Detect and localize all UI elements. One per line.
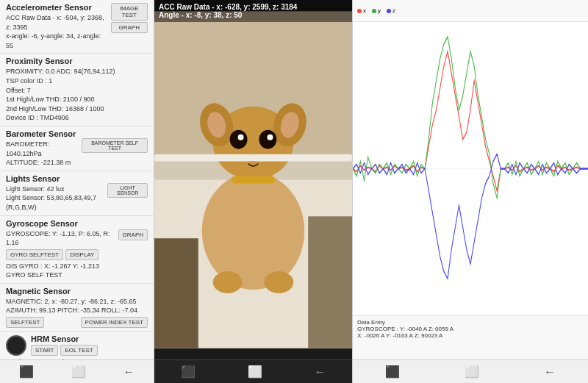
magnetic-title: Magnetic Sensor — [6, 287, 148, 296]
svg-rect-18 — [308, 216, 352, 348]
footer-line1: Data Entry — [357, 319, 584, 326]
acc-raw-overlay: ACC Raw Data - x: -628, y: 2599, z: 3184 — [159, 3, 348, 11]
right-recent-icon[interactable]: ⬛ — [385, 365, 400, 379]
gyro-selftest-button[interactable]: GYRO SELFTEST — [6, 249, 63, 260]
power-index-button[interactable]: POWER INDEX TEST — [81, 317, 148, 328]
image-test-button[interactable]: IMAGE TEST — [111, 3, 148, 21]
middle-home-icon[interactable]: ⬜ — [248, 365, 262, 379]
camera-overlay: ACC Raw Data - x: -628, y: 2599, z: 3184… — [154, 0, 352, 22]
hrm-start-button[interactable]: START — [31, 345, 58, 356]
magnetic-value: MAGNETIC: 2, x: -80.27, y: -86.21, z: -6… — [6, 297, 148, 307]
accelerometer-title: Accelerometer Sensor — [6, 3, 108, 12]
graph-area: x y z — [353, 0, 588, 359]
svg-point-11 — [238, 135, 244, 140]
gyro-selftest-label: GYRO SELF TEST — [6, 271, 148, 280]
footer-line3: X: -0026 A Y: -0163 A Z: 90023 A — [357, 332, 584, 339]
right-back-icon[interactable]: ← — [544, 365, 556, 379]
legend-y-label: y — [378, 7, 381, 14]
proximity-device: Device ID : TMD4906 — [6, 113, 148, 123]
gyroscope-value: GYROSCOPE: Y: -1.13, P: 6.05, R: 1.16 — [6, 229, 118, 248]
middle-recent-icon[interactable]: ⬛ — [181, 365, 196, 379]
legend-y: y — [372, 7, 381, 14]
magnetic-selftest-button[interactable]: SELFTEST — [6, 317, 44, 328]
accel-graph-button[interactable]: GRAPH — [111, 22, 148, 33]
svg-point-10 — [259, 130, 276, 149]
ois-value: OIS GYRO : X: -1.267 Y: -1.213 — [6, 262, 148, 271]
recent-icon[interactable]: ⬛ — [19, 365, 34, 379]
legend-z-dot — [387, 9, 391, 13]
middle-panel: ACC Raw Data - x: -628, y: 2599, z: 3184… — [154, 0, 353, 383]
proximity-thresh1: 1st High/Low THD: 2100 / 900 — [6, 95, 148, 104]
waveform-canvas — [353, 22, 588, 315]
proximity-title: Proximity Sensor — [6, 57, 148, 65]
hrm-title: HRM Sensor — [31, 334, 98, 343]
home-icon[interactable]: ⬜ — [71, 365, 86, 379]
barometer-title: Barometer Sensor — [6, 129, 82, 138]
left-scroll[interactable]: Accelerometer Sensor ACC Raw Data - x: -… — [0, 0, 154, 359]
lights-rgb: Light Sensor: 53,80,65,83,49,7 (R,G,B,W) — [6, 193, 107, 212]
legend-x-label: x — [363, 7, 366, 14]
waveform-svg — [353, 22, 588, 315]
footer-line2: GYROSCOPE : Y: -0040 A Z: 0059 A — [357, 326, 584, 332]
hrm-section: HRM Sensor START EOL TEST Version : 1.83… — [0, 332, 154, 359]
lights-title: Lights Sensor — [6, 174, 107, 183]
svg-rect-19 — [154, 154, 352, 162]
left-panel: Accelerometer Sensor ACC Raw Data - x: -… — [0, 0, 154, 383]
proximity-section: Proximity Sensor PROXIMITY: 0.0 ADC: 94(… — [0, 54, 154, 126]
right-nav-bar: ⬛ ⬜ ← — [353, 359, 588, 383]
accelerometer-angles: x-angle: -6, y-angle: 34, z-angle: 55 — [6, 32, 108, 50]
accelerometer-section: Accelerometer Sensor ACC Raw Data - x: -… — [0, 0, 154, 54]
accelerometer-raw: ACC Raw Data - x: -504, y: 2368, z: 3395 — [6, 13, 108, 32]
proximity-value: PROXIMITY: 0.0 ADC: 94(76,94,112) — [6, 67, 148, 76]
svg-point-15 — [213, 271, 243, 293]
legend-z: z — [387, 7, 395, 14]
gyro-graph-button[interactable]: GRAPH — [118, 229, 148, 240]
graph-legend: x y z — [353, 0, 588, 22]
back-icon[interactable]: ← — [123, 365, 135, 379]
gyro-display-button[interactable]: DISPLAY — [65, 249, 98, 260]
magnetic-azimuth: AZIMUTH: 99.13 PITCH: -35.34 ROLL: -7.04 — [6, 306, 148, 315]
legend-y-dot — [372, 9, 376, 13]
middle-nav-bar: ⬛ ⬜ ← — [154, 359, 352, 383]
legend-x: x — [357, 7, 366, 14]
proximity-thresh2: 2nd High/Low THD: 16368 / 1000 — [6, 104, 148, 114]
angle-overlay: Angle - x: -8, y: 38, z: 50 — [159, 11, 348, 19]
lights-section: Lights Sensor Light Sensor: 42 lux Light… — [0, 171, 154, 216]
camera-view: ACC Raw Data - x: -628, y: 2599, z: 3184… — [154, 0, 352, 359]
middle-back-icon[interactable]: ← — [315, 365, 326, 379]
right-panel: x y z — [353, 0, 588, 383]
barometer-altitude: ALTITUDE: -221.38 m — [6, 158, 82, 168]
svg-point-9 — [230, 130, 248, 149]
light-sensor-button[interactable]: LIGHT SENSOR — [107, 183, 148, 198]
barometer-section: Barometer Sensor BAROMETER: 1040.12hPa A… — [0, 126, 154, 171]
barometer-value: BAROMETER: 1040.12hPa — [6, 140, 82, 158]
barometer-selftest-button[interactable]: BAROMETER SELF TEST — [82, 138, 148, 153]
lights-lux: Light Sensor: 42 lux — [6, 185, 107, 194]
svg-point-3 — [202, 173, 304, 290]
dog-image — [154, 0, 352, 359]
legend-z-label: z — [392, 7, 395, 14]
svg-rect-17 — [154, 238, 198, 348]
svg-point-12 — [267, 135, 273, 140]
svg-rect-14 — [232, 176, 276, 184]
magnetic-section: Magnetic Sensor MAGNETIC: 2, x: -80.27, … — [0, 284, 154, 332]
proximity-tsp: TSP color ID : 1 — [6, 76, 148, 86]
hrm-eol-button[interactable]: EOL TEST — [60, 345, 97, 356]
svg-point-16 — [264, 271, 293, 293]
proximity-offset: Offset: 7 — [6, 86, 148, 96]
right-home-icon[interactable]: ⬜ — [465, 365, 479, 379]
gyroscope-section: Gyroscope Sensor GYROSCOPE: Y: -1.13, P:… — [0, 216, 154, 284]
gyroscope-title: Gyroscope Sensor — [6, 219, 148, 228]
legend-x-dot — [357, 9, 362, 13]
graph-footer: Data Entry GYROSCOPE : Y: -0040 A Z: 005… — [353, 315, 588, 359]
left-nav-bar: ⬛ ⬜ ← — [0, 359, 154, 383]
